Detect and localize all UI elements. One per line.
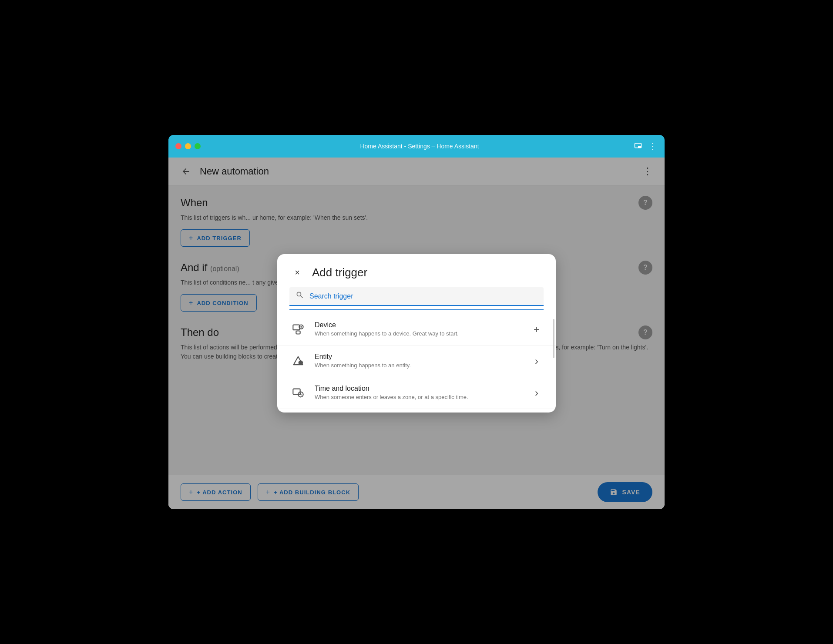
svg-point-7 [299,360,303,365]
dialog-header: × Add trigger [277,254,556,287]
device-item-name: Device [315,321,522,329]
svg-rect-2 [293,325,299,330]
time-chevron-icon[interactable]: › [530,387,544,399]
entity-item-name: Entity [315,353,522,361]
search-trigger-input[interactable] [309,292,537,300]
svg-rect-3 [296,331,300,334]
entity-chevron-icon[interactable]: › [530,355,544,367]
app-window: Home Assistant - Settings – Home Assista… [168,135,665,509]
titlebar-title: Home Assistant - Settings – Home Assista… [206,143,633,150]
entity-item-desc: When something happens to an entity. [315,362,522,369]
time-item-name: Time and location [315,385,522,392]
add-trigger-dialog: × Add trigger [277,254,556,413]
app-content: New automation ⋮ When ? This list of tri… [168,158,665,509]
svg-point-5 [300,326,302,328]
dialog-close-button[interactable]: × [289,265,305,280]
device-icon [289,321,307,338]
picture-in-picture-icon[interactable] [633,141,643,151]
svg-rect-1 [638,146,641,148]
device-add-icon[interactable]: + [530,323,544,335]
trigger-time-item[interactable]: Time and location When someone enters or… [277,377,556,409]
device-item-desc: When something happens to a device. Grea… [315,330,522,338]
close-traffic-light[interactable] [175,143,181,149]
modal-overlay[interactable]: × Add trigger [168,158,665,509]
titlebar-icons: ⋮ [633,141,658,151]
device-item-text: Device When something happens to a devic… [315,321,522,338]
close-icon: × [295,268,300,278]
minimize-traffic-light[interactable] [185,143,191,149]
trigger-entity-item[interactable]: Entity When something happens to an enti… [277,345,556,377]
titlebar: Home Assistant - Settings – Home Assista… [168,135,665,158]
entity-item-text: Entity When something happens to an enti… [315,353,522,369]
dialog-title: Add trigger [312,266,367,279]
trigger-list: Device When something happens to a devic… [277,310,556,413]
svg-rect-8 [293,389,300,395]
traffic-lights [175,143,201,149]
scrollbar [553,319,554,358]
maximize-traffic-light[interactable] [195,143,201,149]
search-icon [296,291,304,302]
search-box [289,287,544,306]
time-item-text: Time and location When someone enters or… [315,385,522,401]
more-icon[interactable]: ⋮ [648,141,658,151]
time-icon [289,384,307,402]
trigger-device-item[interactable]: Device When something happens to a devic… [277,314,556,345]
time-item-desc: When someone enters or leaves a zone, or… [315,393,522,401]
entity-icon [289,352,307,370]
